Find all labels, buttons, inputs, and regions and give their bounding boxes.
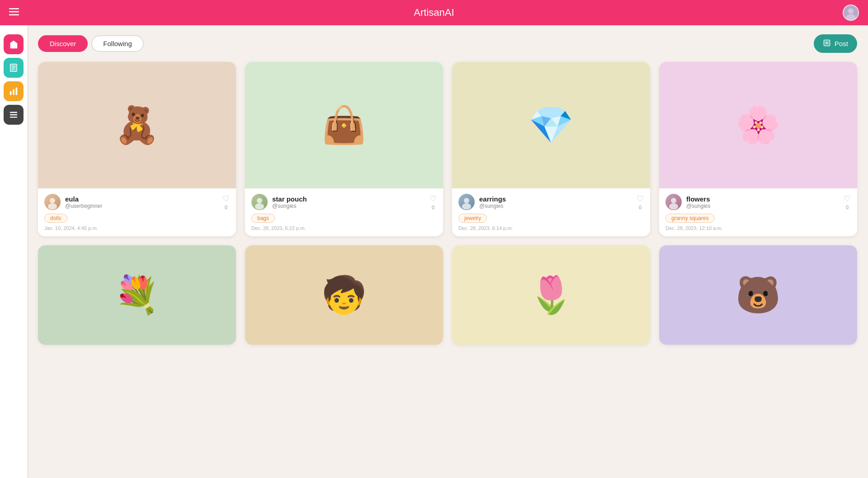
bottom-card-0: 💐 bbox=[38, 245, 236, 345]
svg-rect-15 bbox=[10, 114, 18, 115]
like-button-3[interactable]: ♡ bbox=[844, 194, 851, 204]
bottom-card-image-0: 💐 bbox=[38, 245, 236, 345]
card-tag-1[interactable]: bags bbox=[251, 214, 275, 223]
svg-point-26 bbox=[671, 198, 676, 203]
card-avatar-0 bbox=[44, 194, 61, 210]
card-user-1: star pouch @sungies bbox=[251, 194, 307, 210]
svg-rect-13 bbox=[16, 88, 18, 95]
card-date-1: Dec. 28, 2023, 6:22 p.m. bbox=[251, 225, 437, 231]
card-title-1: star pouch bbox=[272, 195, 307, 203]
card-image-0: 🧸 bbox=[38, 62, 236, 188]
svg-point-20 bbox=[50, 198, 55, 203]
card-2: 💎 earrings @sungies bbox=[452, 62, 650, 236]
card-date-2: Dec. 28, 2023, 6:14 p.m. bbox=[458, 225, 644, 231]
card-avatar-2 bbox=[458, 194, 475, 210]
svg-rect-11 bbox=[10, 91, 12, 95]
svg-point-23 bbox=[255, 203, 264, 210]
like-button-2[interactable]: ♡ bbox=[637, 194, 644, 204]
card-date-0: Jan. 10, 2024, 4:45 p.m. bbox=[44, 225, 230, 231]
svg-point-22 bbox=[257, 198, 262, 203]
bottom-card-image-2: 🌷 bbox=[452, 245, 650, 345]
card-image-2: 💎 bbox=[452, 62, 650, 188]
following-tab[interactable]: Following bbox=[91, 35, 143, 52]
svg-rect-1 bbox=[9, 11, 19, 12]
bottom-cards-grid: 💐 🧒 🌷 🐻 bbox=[38, 245, 857, 345]
svg-rect-6 bbox=[12, 45, 15, 48]
hamburger-menu[interactable] bbox=[9, 7, 24, 19]
card-1: 👜 star pouch @sungies bbox=[245, 62, 443, 236]
card-title-3: flowers bbox=[686, 195, 711, 203]
card-title-0: eula bbox=[65, 195, 102, 203]
main-content: Discover Following Post 🧸 bbox=[27, 25, 868, 478]
svg-point-4 bbox=[848, 8, 854, 14]
svg-rect-16 bbox=[10, 117, 18, 117]
svg-point-21 bbox=[48, 203, 57, 210]
card-user-2: earrings @sungies bbox=[458, 194, 506, 210]
bottom-card-2: 🌷 bbox=[452, 245, 650, 345]
filter-tabs: Discover Following bbox=[38, 35, 144, 52]
card-handle-2: @sungies bbox=[479, 203, 506, 209]
sidebar-item-menu[interactable] bbox=[4, 105, 24, 125]
like-count-1: 0 bbox=[432, 205, 434, 210]
svg-point-24 bbox=[464, 198, 469, 203]
card-0: 🧸 eula @userbeginner bbox=[38, 62, 236, 236]
svg-rect-2 bbox=[9, 14, 19, 15]
card-user-0: eula @userbeginner bbox=[44, 194, 102, 210]
card-handle-3: @sungies bbox=[686, 203, 711, 209]
filter-bar: Discover Following Post bbox=[38, 34, 857, 53]
card-user-3: flowers @sungies bbox=[665, 194, 711, 210]
card-3: 🌸 flowers @sungies bbox=[659, 62, 857, 236]
bottom-card-1: 🧒 bbox=[245, 245, 443, 345]
app-title: ArtisanAI bbox=[414, 7, 454, 19]
card-handle-0: @userbeginner bbox=[65, 203, 102, 209]
like-count-3: 0 bbox=[846, 205, 849, 210]
post-button[interactable]: Post bbox=[814, 34, 857, 53]
card-image-3: 🌸 bbox=[659, 62, 857, 188]
svg-rect-12 bbox=[13, 89, 14, 95]
top-nav: ArtisanAI bbox=[0, 0, 868, 25]
sidebar-item-book[interactable] bbox=[4, 58, 24, 78]
discover-tab[interactable]: Discover bbox=[38, 35, 88, 52]
card-tag-0[interactable]: dolls bbox=[44, 214, 67, 223]
bottom-card-image-3: 🐻 bbox=[659, 245, 857, 345]
card-handle-1: @sungies bbox=[272, 203, 307, 209]
cards-grid: 🧸 eula @userbeginner bbox=[38, 62, 857, 236]
svg-rect-14 bbox=[10, 112, 18, 113]
post-label: Post bbox=[835, 40, 848, 47]
svg-point-5 bbox=[846, 14, 855, 21]
like-count-2: 0 bbox=[639, 205, 642, 210]
bottom-card-3: 🐻 bbox=[659, 245, 857, 345]
bottom-card-image-1: 🧒 bbox=[245, 245, 443, 345]
card-avatar-3 bbox=[665, 194, 682, 210]
card-date-3: Dec. 28, 2023, 12:10 a.m. bbox=[665, 225, 851, 231]
svg-point-25 bbox=[462, 203, 471, 210]
sidebar-item-chart[interactable] bbox=[4, 81, 24, 101]
svg-point-27 bbox=[669, 203, 678, 210]
card-image-1: 👜 bbox=[245, 62, 443, 188]
sidebar bbox=[0, 25, 27, 478]
card-tag-2[interactable]: jewelry bbox=[458, 214, 487, 223]
sidebar-item-home[interactable] bbox=[4, 34, 24, 54]
svg-rect-0 bbox=[9, 8, 19, 9]
like-count-0: 0 bbox=[225, 205, 227, 210]
like-button-1[interactable]: ♡ bbox=[429, 194, 437, 204]
card-title-2: earrings bbox=[479, 195, 506, 203]
user-avatar[interactable] bbox=[843, 5, 859, 21]
card-tag-3[interactable]: granny squares bbox=[665, 214, 715, 223]
card-avatar-1 bbox=[251, 194, 268, 210]
like-button-0[interactable]: ♡ bbox=[222, 194, 230, 204]
post-icon bbox=[823, 39, 831, 48]
